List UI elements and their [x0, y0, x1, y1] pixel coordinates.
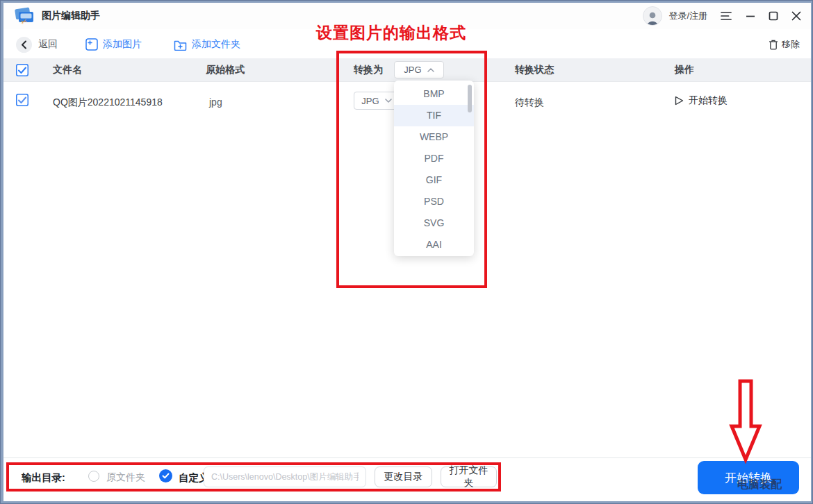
row-format-select[interactable]: JPG [354, 92, 400, 110]
format-option[interactable]: AAI [394, 234, 474, 255]
play-icon [675, 96, 684, 106]
add-folder-icon [174, 39, 187, 51]
app-title: 图片编辑助手 [42, 10, 100, 22]
annotation-heading: 设置图片的输出格式 [316, 22, 466, 44]
radio-original-folder-label[interactable]: 原文件夹 [106, 471, 145, 484]
add-folder-button[interactable]: 添加文件夹 [174, 38, 240, 51]
format-option[interactable]: SVG [394, 212, 474, 234]
format-dropdown-list: BMPTIFWEBPPDFGIFPSDSVGAAI [394, 81, 474, 256]
back-chevron-icon [16, 37, 32, 53]
app-window: ✂ 图片编辑助手 登录/注册 [3, 3, 811, 501]
back-label: 返回 [38, 38, 58, 51]
user-avatar[interactable] [643, 6, 662, 26]
convert-to-select-value: JPG [404, 65, 421, 75]
column-convert-to: 转换为 [354, 64, 383, 76]
format-option[interactable]: WEBP [394, 126, 474, 148]
minimize-icon[interactable] [746, 11, 755, 21]
app-logo-icon: ✂ [13, 7, 35, 26]
row-checkbox[interactable] [16, 94, 28, 109]
add-folder-label: 添加文件夹 [192, 38, 240, 51]
column-original-format: 原始格式 [206, 64, 245, 76]
format-dropdown-panel: BMPTIFWEBPPDFGIFPSDSVGAAI [394, 81, 474, 256]
add-image-icon [85, 38, 98, 51]
remove-label: 移除 [782, 38, 800, 51]
radio-original-folder[interactable] [88, 471, 99, 482]
table-header: 文件名 原始格式 转换为 JPG 转换状态 操作 [3, 58, 811, 82]
format-option[interactable]: PSD [394, 191, 474, 212]
select-all-checkbox[interactable] [16, 64, 28, 79]
maximize-icon[interactable] [769, 11, 778, 21]
column-action: 操作 [675, 64, 694, 76]
output-bar: 输出目录: 原文件夹 自定义 更改目录 打开文件夹 开始转换 电脑装配 [3, 457, 811, 501]
column-status: 转换状态 [515, 64, 554, 76]
convert-to-select[interactable]: JPG [394, 61, 444, 78]
output-path-input[interactable] [204, 467, 366, 487]
row-start-convert-button[interactable]: 开始转换 [675, 94, 728, 107]
row-filename: QQ图片20221021145918 [53, 96, 163, 109]
open-folder-button[interactable]: 打开文件夹 [441, 467, 497, 487]
login-register-link[interactable]: 登录/注册 [668, 10, 707, 22]
close-icon[interactable] [791, 11, 801, 21]
back-button[interactable]: 返回 [16, 37, 58, 53]
row-action-label: 开始转换 [689, 94, 728, 107]
remove-button[interactable]: 移除 [769, 38, 800, 51]
start-convert-button[interactable]: 开始转换 [698, 461, 799, 494]
chevron-up-icon [427, 68, 434, 72]
row-format-select-value: JPG [361, 96, 379, 106]
format-option[interactable]: BMP [394, 83, 474, 105]
output-dir-label: 输出目录: [22, 471, 65, 485]
radio-custom[interactable] [159, 469, 172, 482]
change-directory-button[interactable]: 更改目录 [375, 467, 432, 487]
app-window-frame: ✂ 图片编辑助手 登录/注册 [0, 0, 813, 504]
chevron-down-icon [385, 99, 392, 103]
format-option[interactable]: PDF [394, 148, 474, 169]
format-option[interactable]: GIF [394, 169, 474, 191]
row-status: 待转换 [515, 96, 544, 109]
trash-icon [769, 39, 778, 50]
annotation-arrow-icon [723, 376, 771, 464]
format-option[interactable]: TIF [394, 105, 474, 126]
menu-icon[interactable] [720, 11, 732, 21]
dropdown-scrollbar[interactable] [468, 85, 472, 112]
add-image-button[interactable]: 添加图片 [85, 38, 142, 51]
row-original-format: jpg [209, 96, 222, 108]
column-filename: 文件名 [53, 64, 82, 76]
add-image-label: 添加图片 [103, 38, 142, 51]
